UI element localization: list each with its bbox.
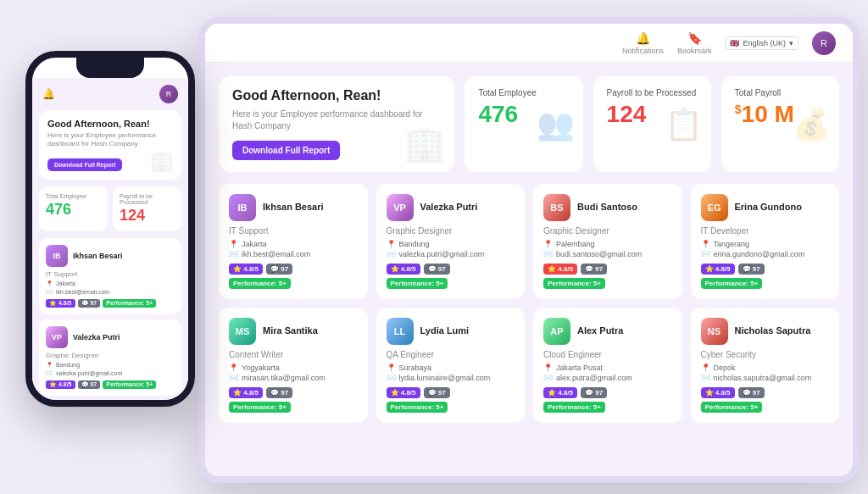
tablet-device: 🔔 Notifications 🔖 Bookmark 🇬🇧 English (U… (198, 17, 860, 483)
emp-header-2: BS Budi Santoso (543, 194, 672, 221)
employee-card-4[interactable]: MS Mira Santika Content Writer 📍Yogyakar… (219, 308, 368, 423)
emp-avatar-6: AP (543, 318, 570, 345)
emp-role-5: QA Engineer (387, 350, 515, 359)
emp-badges-0: ⭐ 4.8/5 💬 97 Performance: 5+ (229, 264, 358, 289)
rating-badge-4: ⭐ 4.8/5 (229, 387, 263, 398)
emp-avatar-4: MS (229, 318, 256, 345)
phone-badges-1: ⭐ 4.8/5 💬 97 Performance: 5+ (46, 380, 175, 389)
rating-badge-3: ⭐ 4.8/5 (701, 264, 735, 275)
phone-emp-avatar-0: IB (46, 245, 68, 267)
user-avatar[interactable]: R (812, 31, 836, 55)
phone-download-button[interactable]: Download Full Report (47, 158, 122, 171)
employee-card-7[interactable]: NS Nicholas Saputra Cyber Security 📍Depo… (691, 308, 840, 423)
dollar-icon: $ (735, 103, 742, 116)
emp-name-0: Ikhsan Besari (263, 202, 324, 213)
emp-email-6: ✉️alex.putra@gmail.com (543, 374, 672, 382)
emp-badges-6: ⭐ 4.8/5 💬 97 Performance: 5+ (543, 387, 672, 413)
phone-greeting: Good Afternoon, Rean! (47, 119, 173, 129)
phone-rating-1: ⭐ 4.8/5 (46, 380, 75, 389)
emp-email-5: ✉️lydia.luminaire@gmail.com (387, 374, 515, 382)
employee-card-3[interactable]: EG Erina Gundono IT Developer 📍Tangerang… (691, 184, 840, 299)
notifications-btn[interactable]: 🔔 Notifications (622, 31, 664, 55)
employee-card-0[interactable]: IB Ikhsan Besari IT Support 📍Jakarta ✉️i… (219, 184, 368, 299)
emp-role-0: IT Support (229, 226, 358, 236)
emp-avatar-5: LL (387, 318, 414, 345)
phone-emp-loc-0: 📍Jakarta (46, 280, 175, 287)
stats-row: Good Afternoon, Rean! Here is your Emplo… (219, 76, 839, 172)
phone-building-icon: 🏢 (149, 149, 175, 173)
emp-header-3: EG Erina Gundono (701, 194, 830, 221)
emp-email-2: ✉️budi.santoso@gmail.com (543, 250, 672, 258)
emp-email-1: ✉️valezka.putri@gmail.com (387, 250, 515, 258)
payroll-processed-card: Payroll to be Processed 124 📋 (593, 76, 711, 172)
phone-emp-name-0: Ikhsan Besari (73, 252, 123, 260)
projects-badge-1: 💬 97 (424, 264, 450, 275)
emp-location-3: 📍Tangerang (701, 240, 830, 248)
emp-badges-3: ⭐ 4.8/5 💬 97 Performance: 5+ (701, 264, 830, 289)
phone-user-avatar[interactable]: R (159, 85, 178, 103)
total-employee-label: Total Employee (478, 88, 569, 97)
total-employee-card: Total Employee 476 👥 (465, 76, 582, 172)
tablet-main-content: Good Afternoon, Rean! Here is your Emplo… (205, 63, 853, 476)
emp-email-7: ✉️nicholas.saputra@gmail.com (701, 374, 830, 382)
email-icon-3: ✉️ (701, 250, 710, 258)
projects-badge-3: 💬 97 (738, 264, 765, 275)
phone-welcome-card: Good Afternoon, Rean! Here is your Emplo… (39, 110, 181, 180)
phone-emp-header-0: IB Ikhsan Besari (46, 245, 175, 267)
emp-header-4: MS Mira Santika (229, 318, 358, 345)
people-icon: 👥 (537, 107, 575, 142)
performance-badge-2: Performance: 5+ (543, 278, 605, 289)
performance-badge-0: Performance: 5+ (229, 278, 291, 289)
emp-badges-7: ⭐ 4.8/5 💬 97 Performance: 5+ (701, 387, 830, 413)
emp-location-0: 📍Jakarta (229, 240, 358, 248)
bookmark-btn[interactable]: 🔖 Bookmark (677, 31, 712, 55)
performance-badge-3: Performance: 5+ (701, 278, 763, 289)
chevron-down-icon: ▾ (789, 39, 793, 47)
phone-emp-email-1: ✉️valezka.putri@gmail.com (46, 370, 175, 377)
rating-badge-2: ⭐ 4.8/5 (543, 264, 577, 275)
emp-location-5: 📍Surabaya (387, 364, 515, 372)
email-icon-6: ✉️ (543, 374, 553, 382)
employee-card-5[interactable]: LL Lydia Lumi QA Engineer 📍Surabaya ✉️ly… (376, 308, 526, 423)
emp-location-7: 📍Depok (701, 364, 830, 372)
phone-emp-card-0[interactable]: IB Ikhsan Besari IT Support 📍Jakarta ✉️i… (39, 238, 181, 314)
location-icon: 📍 (229, 240, 238, 248)
emp-name-2: Budi Santoso (577, 202, 637, 213)
location-icon-7: 📍 (701, 364, 710, 372)
employee-card-2[interactable]: BS Budi Santoso Graphic Designer 📍Palemb… (533, 184, 682, 299)
emp-name-6: Alex Putra (577, 325, 623, 336)
phone-emp-role-1: Graphic Designer (46, 352, 175, 359)
employee-card-6[interactable]: AP Alex Putra Cloud Engineer 📍Jakarta Pu… (533, 308, 682, 423)
notifications-label: Notifications (622, 47, 664, 55)
phone-emp-card-1[interactable]: VP Valezka Putri Graphic Designer 📍Bandu… (39, 319, 181, 396)
phone-total-employee-label: Total Employee (46, 193, 101, 199)
phone-email-icon-0: ✉️ (46, 289, 53, 296)
emp-role-3: IT Developer (701, 226, 830, 236)
welcome-card: Good Afternoon, Rean! Here is your Emplo… (219, 76, 454, 172)
phone-stats-row: Total Employee 476 Payroll to be Process… (39, 186, 181, 231)
employee-cards-grid: IB Ikhsan Besari IT Support 📍Jakarta ✉️i… (219, 184, 839, 423)
rating-badge-7: ⭐ 4.8/5 (701, 387, 735, 398)
emp-header-5: LL Lydia Lumi (387, 318, 515, 345)
location-icon-3: 📍 (701, 240, 710, 248)
emp-header-6: AP Alex Putra (543, 318, 672, 345)
emp-role-4: Content Writer (229, 350, 358, 359)
projects-badge-5: 💬 97 (424, 387, 450, 398)
employee-card-1[interactable]: VP Valezka Putri Graphic Designer 📍Bandu… (376, 184, 526, 299)
phone-loc-icon-1: 📍 (46, 362, 53, 369)
phone-header-bar: 🔔 R (39, 85, 181, 103)
bell-icon: 🔔 (636, 31, 650, 45)
projects-badge-2: 💬 97 (581, 264, 607, 275)
download-report-button[interactable]: Download Full Report (232, 141, 340, 160)
phone-proj-0: 💬 97 (78, 299, 101, 308)
phone-badges-0: ⭐ 4.8/5 💬 97 Performance: 5+ (46, 299, 175, 308)
emp-email-3: ✉️erina.gundono@gmail.com (701, 250, 830, 258)
phone-emp-role-0: IT Support (46, 270, 175, 278)
phone-emp-header-1: VP Valezka Putri (46, 326, 175, 348)
emp-avatar-1: VP (387, 194, 414, 221)
emp-email-0: ✉️ikh.best@email.com (229, 250, 358, 258)
emp-name-4: Mira Santika (263, 325, 318, 336)
language-selector[interactable]: 🇬🇧 English (UK) ▾ (725, 36, 798, 50)
phone-perf-1: Performance: 5+ (103, 380, 156, 389)
phone-bell-icon: 🔔 (42, 88, 55, 100)
